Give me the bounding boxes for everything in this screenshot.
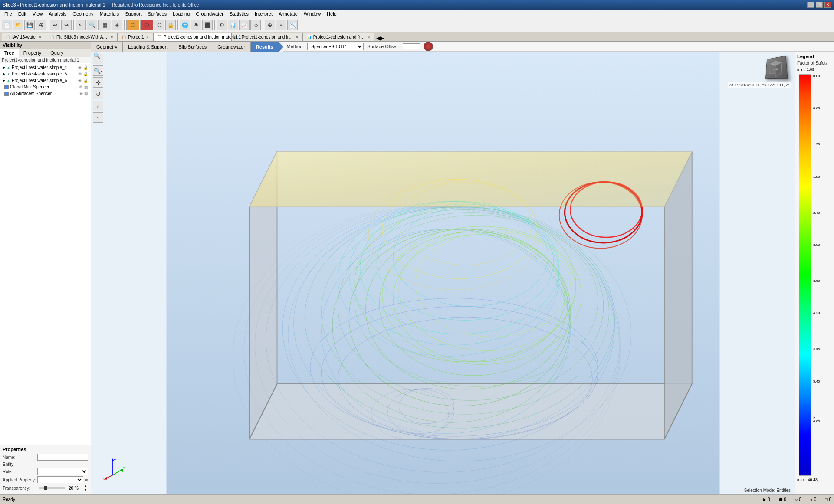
prop-name-input[interactable] (37, 454, 88, 461)
zoom-out-btn[interactable]: 🔍- (93, 65, 103, 76)
menu-help[interactable]: Help (324, 10, 339, 17)
nav-tab-groundwater[interactable]: Groundwater (212, 42, 251, 52)
tree-item-all-surfaces[interactable]: All Surfaces: Spencer 👁 ▦ (1, 90, 90, 97)
eye-icon-global[interactable]: 👁 (79, 85, 83, 89)
more-tabs-button[interactable]: ◀▶ (376, 35, 384, 41)
eye-icon-2[interactable]: 👁 (78, 72, 82, 76)
menu-geometry[interactable]: Geometry (70, 10, 96, 17)
menu-bar: File Edit View Analysis Geometry Materia… (0, 10, 834, 18)
tree-item-global-min[interactable]: Global Min: Spencer 👁 ▦ (1, 84, 90, 90)
menu-analysis[interactable]: Analysis (46, 10, 69, 17)
select-button[interactable]: ↖ (76, 20, 86, 30)
chart-btn[interactable]: 📈 (239, 20, 250, 30)
menu-statistics[interactable]: Statistics (227, 10, 251, 17)
prop-role-select[interactable] (37, 468, 88, 475)
menu-groundwater[interactable]: Groundwater (193, 10, 226, 17)
nav-tab-results[interactable]: Results (251, 42, 279, 52)
transparency-slider[interactable] (39, 487, 65, 489)
view3d-button[interactable]: ◈ (112, 20, 122, 30)
tree-item-2[interactable]: ▶ ▲ Project1-test-water-simple_5 👁 🔒 (1, 71, 90, 77)
menu-annotate[interactable]: Annotate (276, 10, 300, 17)
pan-btn[interactable]: ✛ (93, 77, 103, 88)
eye-icon-3[interactable]: 👁 (78, 79, 82, 83)
tab-close-chart2[interactable]: ✕ (296, 35, 299, 39)
nav-tab-loading[interactable]: Loading & Support (123, 42, 173, 52)
method-select[interactable]: Spencer FS 1.087 (307, 43, 364, 50)
tab-chart2[interactable]: 📊 Project1-cohesion and friction materia… (231, 33, 303, 41)
cube-nav[interactable]: TOP FR (765, 56, 791, 82)
tab-pit[interactable]: 📋 Pit_Slide3 model-With Anisotropic3 ✕ (46, 33, 118, 41)
lock-icon-1[interactable]: 🔒 (83, 65, 88, 70)
tab-chart3[interactable]: 📊 Project1-cohesion and friction materia… (303, 33, 374, 41)
menu-file[interactable]: File (2, 10, 15, 17)
view-toggle[interactable]: 👁 (191, 20, 201, 30)
prop-edit-icon[interactable]: ✏ (85, 478, 88, 482)
results-btn[interactable]: 📊 (228, 20, 238, 30)
globe-button[interactable] (424, 42, 433, 51)
rotate-btn[interactable]: ↺ (93, 89, 103, 99)
tab-project1-coh[interactable]: 📋 Project1-cohesion and friction materia… (153, 33, 231, 41)
vis-tab-property[interactable]: Property (19, 49, 46, 57)
tab-iav[interactable]: 📋 IAV 16-water ✕ (2, 33, 46, 41)
print-button[interactable]: 🖨 (36, 20, 46, 30)
vis-tab-query[interactable]: Query (46, 49, 68, 57)
nav-tab-slip[interactable]: Slip Surfaces (173, 42, 212, 52)
zoom-button[interactable]: 🔍 (87, 20, 97, 30)
maximize-button[interactable]: □ (816, 2, 823, 8)
vis-tab-tree[interactable]: Tree (0, 49, 19, 57)
menu-interpret[interactable]: Interpret (252, 10, 275, 17)
lock-icon-all[interactable]: ▦ (84, 92, 88, 96)
color-gradient (799, 74, 811, 476)
contour-btn[interactable]: ≡ (276, 20, 286, 30)
slip-surface-btn[interactable]: 🌐 (180, 20, 190, 30)
probe-btn[interactable]: ⊕ (265, 20, 275, 30)
menu-edit[interactable]: Edit (16, 10, 29, 17)
plot-btn[interactable]: 📉 (287, 20, 298, 30)
material-btn[interactable]: ⬡ (154, 20, 164, 30)
redo-button[interactable]: ↪ (61, 20, 72, 30)
tab-close-pit[interactable]: ✕ (110, 35, 114, 39)
menu-support[interactable]: Support (122, 10, 144, 17)
surface-btn[interactable]: ⬡ (140, 20, 153, 30)
tab-project1[interactable]: 📋 Project1 ✕ (118, 33, 153, 41)
viewport-3d[interactable]: FS (Deterministic): 1.087 PF: 37.487% 🔍+… (91, 52, 795, 494)
tree-item-3[interactable]: ▶ ▲ Project1-test-water-simple_6 👁 🔒 (1, 77, 90, 84)
surface-offset-bar[interactable] (403, 43, 420, 49)
eye-icon-1[interactable]: 👁 (78, 65, 82, 70)
tab-close-project1[interactable]: ✕ (146, 35, 149, 39)
undo-button[interactable]: ↩ (50, 20, 60, 30)
transparency-spinner[interactable]: ▲ ▼ (84, 484, 87, 491)
fit-btn[interactable]: ⤢ (93, 101, 103, 111)
save-button[interactable]: 💾 (24, 20, 35, 30)
lock-icon-2[interactable]: 🔒 (83, 72, 88, 76)
open-button[interactable]: 📂 (13, 20, 23, 30)
shrink-btn[interactable]: ⤡ (93, 112, 103, 123)
menu-window[interactable]: Window (301, 10, 323, 17)
menu-materials[interactable]: Materials (97, 10, 122, 17)
menu-view[interactable]: View (30, 10, 46, 17)
eye-icon-all[interactable]: 👁 (79, 92, 83, 96)
tick-8: 4.80 (812, 347, 820, 351)
tab-close-project1-coh[interactable]: ✕ (243, 35, 246, 39)
geometry-btn[interactable]: ⬡ (126, 20, 139, 30)
lock-btn[interactable]: 🔒 (165, 20, 176, 30)
nav-tab-geometry[interactable]: Geometry (91, 42, 123, 52)
menu-loading[interactable]: Loading (170, 10, 192, 17)
lock-icon-global[interactable]: ▦ (84, 85, 88, 89)
tree-item-1[interactable]: ▶ ▲ Project1-test-water-simple_4 👁 🔒 (1, 64, 90, 71)
iso-btn[interactable]: ◇ (250, 20, 261, 30)
render-button[interactable]: ▦ (98, 20, 111, 30)
display-btn[interactable]: ⬛ (202, 20, 213, 30)
status-count-2: 0 (799, 497, 801, 502)
lock-icon-3[interactable]: 🔒 (83, 79, 88, 83)
tab-close-chart3[interactable]: ✕ (367, 35, 371, 39)
zoom-in-btn[interactable]: 🔍+ (93, 54, 103, 64)
prop-applied-select[interactable] (37, 476, 83, 483)
menu-surfaces[interactable]: Surfaces (145, 10, 169, 17)
tab-close-iav[interactable]: ✕ (39, 35, 42, 39)
new-button[interactable]: 📄 (2, 20, 12, 30)
close-button[interactable]: ✕ (824, 2, 831, 8)
compute-btn[interactable]: ⚙ (217, 20, 227, 30)
expand-icon-1: ▶ (3, 65, 5, 69)
minimize-button[interactable]: ─ (807, 2, 814, 8)
